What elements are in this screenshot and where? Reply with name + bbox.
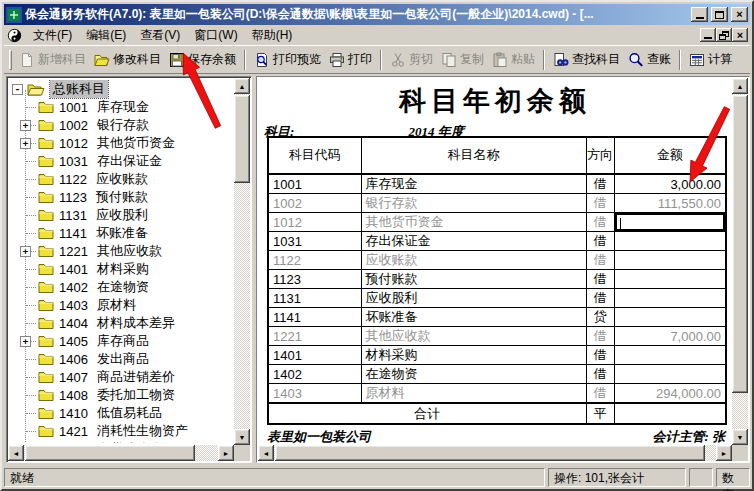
amount-cell[interactable] [614,213,726,232]
tree-item[interactable]: + 1002 银行存款 [10,116,232,134]
expand-expander-icon[interactable]: + [20,336,31,347]
maximize-button[interactable] [711,7,728,22]
account-code-cell[interactable]: 1221 [268,327,361,346]
tree-vertical-scrollbar[interactable]: ▲ ▼ [234,78,250,445]
account-name-cell[interactable]: 应收股利 [361,289,586,308]
amount-cell[interactable]: 7,000.00 [614,327,726,346]
document-horizontal-scrollbar[interactable]: ◄ ► [258,445,732,461]
collapse-expander-icon[interactable]: - [12,84,23,95]
scrollbar-thumb[interactable] [234,95,250,183]
mdi-close-button[interactable]: × [732,28,748,42]
menu-window[interactable]: 窗口(W) [187,25,244,46]
yinyang-system-icon[interactable] [7,28,22,43]
account-name-cell[interactable]: 材料采购 [361,346,586,365]
account-code-cell[interactable]: 1131 [268,289,361,308]
account-name-cell[interactable]: 银行存款 [361,194,586,213]
direction-cell[interactable]: 借 [586,251,614,270]
account-name-cell[interactable]: 坏账准备 [361,308,586,327]
direction-cell[interactable]: 贷 [586,308,614,327]
menu-file[interactable]: 文件(F) [26,25,79,46]
save-balance-button[interactable]: 保存余额 [165,48,240,72]
tree-item[interactable]: 1407 商品进销差价 [10,368,232,386]
direction-cell[interactable]: 借 [586,213,614,232]
tree-item[interactable]: 1471 存货跌价准备 [10,440,232,443]
direction-cell[interactable]: 借 [586,289,614,308]
menu-edit[interactable]: 编辑(E) [79,25,133,46]
account-code-cell[interactable]: 1012 [268,213,361,232]
direction-cell[interactable]: 借 [586,174,614,194]
direction-cell[interactable]: 借 [586,232,614,251]
tree-item[interactable]: 1031 存出保证金 [10,152,232,170]
amount-cell[interactable]: 3,000.00 [614,174,726,194]
account-name-cell[interactable]: 在途物资 [361,365,586,384]
account-name-cell[interactable]: 其他应收款 [361,327,586,346]
scroll-up-icon[interactable]: ▲ [732,78,748,94]
document-vertical-scrollbar[interactable]: ▲ ▼ [732,78,748,445]
close-button[interactable]: × [731,7,748,22]
amount-cell[interactable]: 111,550.00 [614,194,726,213]
account-name-cell[interactable]: 其他货币资金 [361,213,586,232]
tree-item[interactable]: 1141 坏账准备 [10,224,232,242]
scroll-down-icon[interactable]: ▼ [732,429,748,445]
tree-item[interactable]: 1421 消耗性生物资产 [10,422,232,440]
expand-expander-icon[interactable]: + [20,246,31,257]
print-preview-button[interactable]: 打印预览 [250,48,325,72]
account-name-cell[interactable]: 预付账款 [361,270,586,289]
expand-expander-icon[interactable]: + [20,120,31,131]
tree-horizontal-scrollbar[interactable]: ◄ ► [8,445,234,461]
account-name-cell[interactable]: 原材料 [361,384,586,404]
menu-view[interactable]: 查看(V) [133,25,187,46]
scrollbar-thumb[interactable] [275,445,705,461]
account-code-cell[interactable]: 1001 [268,174,361,194]
account-code-cell[interactable]: 1401 [268,346,361,365]
account-code-cell[interactable]: 1123 [268,270,361,289]
tree-item[interactable]: + 1012 其他货币资金 [10,134,232,152]
print-button[interactable]: 打印 [325,48,376,72]
direction-cell[interactable]: 借 [586,194,614,213]
tree-item[interactable]: 1406 发出商品 [10,350,232,368]
amount-cell[interactable] [614,251,726,270]
amount-cell[interactable] [614,289,726,308]
direction-cell[interactable]: 借 [586,327,614,346]
scroll-left-icon[interactable]: ◄ [258,445,274,461]
amount-cell[interactable] [614,232,726,251]
tree-item[interactable]: 1123 预付账款 [10,188,232,206]
account-code-cell[interactable]: 1122 [268,251,361,270]
account-code-cell[interactable]: 1402 [268,365,361,384]
find-account-button[interactable]: 查找科目 [549,48,624,72]
scrollbar-thumb[interactable] [25,445,195,461]
amount-cell[interactable] [614,308,726,327]
amount-cell[interactable] [614,346,726,365]
mdi-minimize-button[interactable] [700,28,716,42]
account-name-cell[interactable]: 存出保证金 [361,232,586,251]
modify-account-button[interactable]: 修改科目 [90,48,165,72]
tree-item[interactable]: 1131 应收股利 [10,206,232,224]
account-code-cell[interactable]: 1031 [268,232,361,251]
minimize-button[interactable] [691,7,708,22]
account-name-cell[interactable]: 应收账款 [361,251,586,270]
account-name-cell[interactable]: 库存现金 [361,174,586,194]
toolbar-grip[interactable] [9,50,12,70]
scroll-right-icon[interactable]: ► [218,445,234,461]
scroll-left-icon[interactable]: ◄ [8,445,24,461]
tree-item[interactable]: 1122 应收账款 [10,170,232,188]
check-accounts-button[interactable]: 查账 [624,48,675,72]
tree-item[interactable]: 1403 原材料 [10,296,232,314]
scroll-down-icon[interactable]: ▼ [234,429,250,445]
tree-item[interactable]: + 1221 其他应收款 [10,242,232,260]
direction-cell[interactable]: 借 [586,384,614,404]
amount-cell[interactable] [614,365,726,384]
amount-cell[interactable]: 294,000.00 [614,384,726,404]
tree-item[interactable]: 1410 低值易耗品 [10,404,232,422]
tree-item[interactable]: 1402 在途物资 [10,278,232,296]
direction-cell[interactable]: 借 [586,270,614,289]
scrollbar-thumb[interactable] [732,95,748,393]
scroll-right-icon[interactable]: ► [716,445,732,461]
tree-item[interactable]: + 1405 库存商品 [10,332,232,350]
account-code-cell[interactable]: 1403 [268,384,361,404]
menu-help[interactable]: 帮助(H) [245,25,300,46]
account-code-cell[interactable]: 1141 [268,308,361,327]
account-code-cell[interactable]: 1002 [268,194,361,213]
tree-item[interactable]: 1001 库存现金 [10,98,232,116]
amount-cell[interactable] [614,270,726,289]
